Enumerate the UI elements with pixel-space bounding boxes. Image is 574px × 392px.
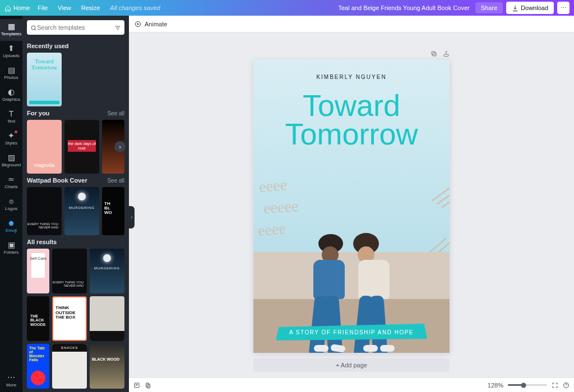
thumb-title: MURDERING — [64, 206, 99, 209]
decor-scribble: eeee — [258, 175, 288, 196]
pages-button[interactable] — [145, 381, 151, 389]
thumb-title: SNACKS — [52, 344, 87, 352]
template-thumb[interactable]: magnolia — [27, 120, 62, 174]
template-thumb[interactable]: EVERY THING YOU NEVER HAD — [27, 187, 62, 235]
thumb-title: EVERY THING YOU NEVER HAD — [52, 281, 84, 288]
rail-label: Charts — [4, 184, 18, 189]
rail-graphics[interactable]: ◐Graphics — [0, 85, 22, 106]
home-icon — [4, 4, 11, 11]
thumb-title: The Tale of Monster Falls — [29, 346, 47, 362]
template-thumb[interactable]: THE BLACK WOODS — [27, 296, 49, 341]
svg-rect-3 — [432, 52, 435, 55]
rail-label: More — [6, 382, 16, 388]
scroll-right-button[interactable]: › — [114, 141, 126, 152]
menu-file[interactable]: File — [38, 4, 48, 11]
template-thumb[interactable]: MURDERING — [64, 187, 99, 235]
rail-label: Emoji — [6, 228, 17, 233]
rail-more[interactable]: ⋯More — [0, 370, 22, 392]
decor-wall — [253, 252, 450, 299]
svg-rect-4 — [444, 54, 448, 57]
templates-panel: Recently used TowardTomorrow For youSee … — [22, 16, 129, 392]
rail-label: Folders — [4, 250, 19, 255]
template-thumb[interactable]: THINK OUTSIDE THE BOX — [52, 296, 87, 341]
thumb-title: the dark days of rose — [68, 140, 96, 152]
canvas-toolbar: Animate — [129, 16, 574, 32]
chevron-right-icon: › — [119, 143, 121, 150]
folders-icon: ▣ — [0, 241, 22, 249]
template-thumb[interactable]: EVERY THING YOU NEVER HAD — [52, 249, 87, 293]
template-thumb[interactable]: BLACK WOOD — [90, 344, 124, 389]
notification-dot — [15, 130, 17, 133]
emoji-icon: ☻ — [0, 219, 22, 227]
notes-button[interactable] — [133, 381, 140, 389]
animate-label: Animate — [145, 21, 167, 27]
search-bar — [27, 20, 124, 35]
section-wattpad: Wattpad Book CoverSee all — [27, 177, 124, 184]
template-thumb[interactable]: TowardTomorrow — [27, 53, 62, 106]
decor-shoe — [363, 345, 378, 352]
section-foryou: For youSee all — [27, 110, 124, 116]
template-thumb[interactable]: the dark days of rose — [64, 120, 99, 174]
charts-icon: ≃ — [0, 175, 22, 183]
export-page-button[interactable] — [443, 49, 450, 57]
rail-photos[interactable]: ▤Photos — [0, 63, 22, 85]
add-page-button[interactable]: + Add page — [253, 358, 450, 372]
template-thumb[interactable]: The Tale of Monster Falls — [27, 344, 49, 389]
rail-background[interactable]: ▨Bkground — [0, 150, 22, 172]
animate-button[interactable]: Animate — [135, 20, 167, 27]
rail-uploads[interactable]: ⬆Uploads — [0, 41, 22, 63]
rail-styles[interactable]: ✦Styles — [0, 128, 22, 150]
design-page[interactable]: KIMBERLY NGUYEN Toward Tomorrow eeee eee… — [253, 59, 450, 353]
duplicate-page-button[interactable] — [430, 49, 437, 57]
rail-templates[interactable]: ▦Templates — [0, 19, 22, 41]
cover-author[interactable]: KIMBERLY NGUYEN — [253, 74, 450, 80]
rail-label: Text — [7, 119, 16, 124]
template-thumb[interactable] — [90, 296, 124, 341]
cover-title[interactable]: Toward Tomorrow — [253, 91, 450, 149]
text-icon: T — [0, 110, 22, 118]
decor-scribble: /// — [427, 175, 450, 217]
help-button[interactable] — [563, 381, 570, 389]
see-all-link[interactable]: See all — [107, 178, 124, 184]
rail-text[interactable]: TText — [0, 106, 22, 128]
template-thumb[interactable]: SNACKS — [52, 344, 87, 389]
search-input[interactable] — [37, 24, 114, 31]
download-button[interactable]: Download — [506, 2, 554, 13]
collapse-panel-button[interactable]: ‹ — [129, 206, 135, 228]
document-name[interactable]: Teal and Beige Friends Young Adult Book … — [339, 4, 470, 11]
bottom-bar: 128% — [129, 377, 574, 392]
more-icon: ⋯ — [0, 374, 22, 381]
rail-logos[interactable]: ⌾Logos — [0, 194, 22, 216]
rail-charts[interactable]: ≃Charts — [0, 172, 22, 194]
menu-view[interactable]: View — [58, 4, 71, 11]
svg-rect-2 — [433, 53, 436, 56]
rail-emoji[interactable]: ☻Emoji — [0, 216, 22, 237]
zoom-value: 128% — [488, 382, 503, 389]
save-status: All changes saved — [110, 4, 160, 11]
rail-label: Graphics — [2, 97, 20, 102]
rail-folders[interactable]: ▣Folders — [0, 237, 22, 259]
zoom-slider[interactable] — [508, 384, 547, 386]
section-recent: Recently used — [27, 43, 124, 49]
graphics-icon: ◐ — [0, 88, 22, 96]
rail-label: Uploads — [3, 53, 19, 58]
home-button[interactable]: Home — [4, 4, 30, 11]
thumb-title: MURDERING — [90, 267, 124, 270]
menu-resize[interactable]: Resize — [81, 4, 100, 11]
template-thumb[interactable]: Self-Care — [27, 249, 49, 293]
template-thumb[interactable]: THBLWO — [102, 187, 124, 235]
home-label: Home — [13, 4, 30, 11]
decor-scribble: eeee — [257, 220, 286, 240]
more-button[interactable]: ⋯ — [557, 2, 570, 14]
logos-icon: ⌾ — [0, 197, 22, 205]
fullscreen-button[interactable] — [552, 381, 558, 389]
styles-icon: ✦ — [0, 132, 22, 139]
see-all-link[interactable]: See all — [107, 110, 124, 116]
share-button[interactable]: Share — [475, 2, 503, 13]
section-allresults: All results — [27, 239, 124, 245]
decor-shoe — [314, 345, 328, 352]
moon-icon — [103, 254, 111, 262]
filter-icon[interactable] — [114, 22, 121, 32]
chevron-left-icon: ‹ — [131, 214, 133, 220]
template-thumb[interactable]: MURDERING — [90, 249, 124, 293]
